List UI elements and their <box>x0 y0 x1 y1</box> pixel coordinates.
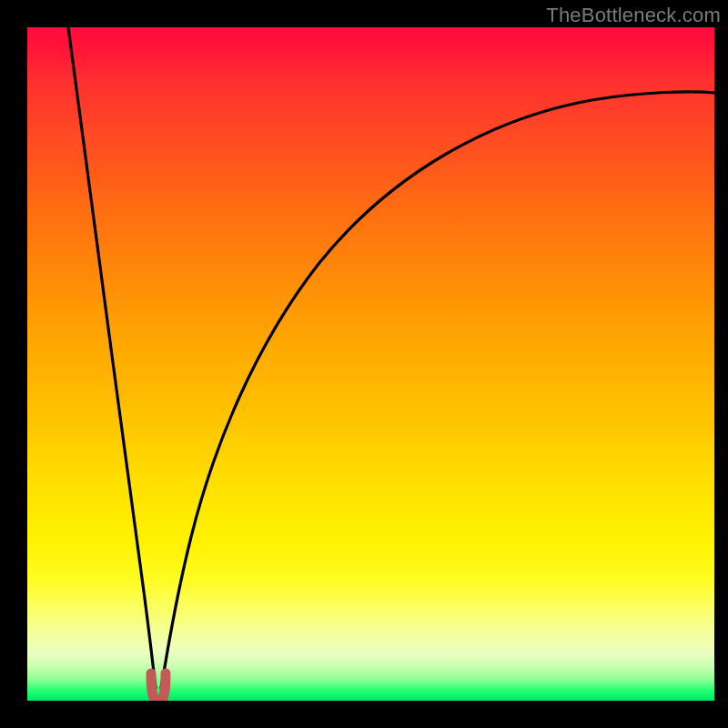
left-curve <box>68 27 156 688</box>
plot-area <box>27 27 714 701</box>
min-marker <box>151 673 166 701</box>
watermark-text: TheBottleneck.com <box>546 4 721 27</box>
chart-frame: TheBottleneck.com <box>0 0 728 728</box>
curve-layer <box>27 27 714 701</box>
right-curve <box>161 92 714 688</box>
